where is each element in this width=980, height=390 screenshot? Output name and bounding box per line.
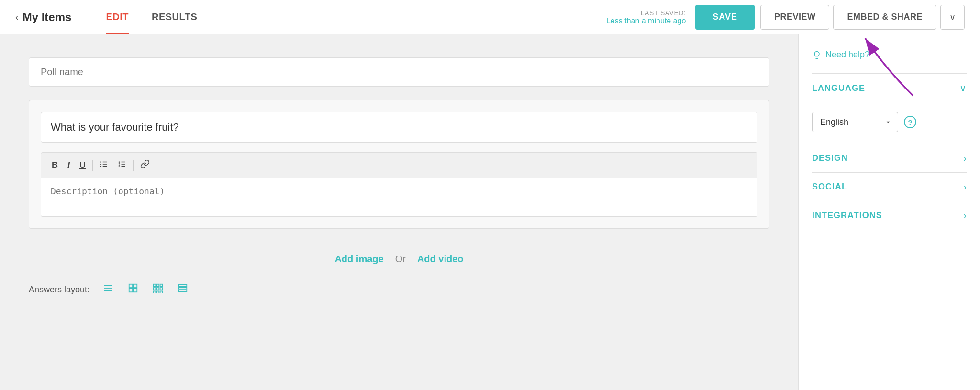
- design-section[interactable]: DESIGN ›: [812, 144, 967, 172]
- back-link[interactable]: ‹ My Items: [15, 11, 90, 24]
- add-image-link[interactable]: Add image: [334, 254, 383, 265]
- editor-area: B I U 1 2 3: [0, 34, 798, 390]
- ordered-list-button[interactable]: 1 2 3: [113, 157, 131, 174]
- svg-rect-18: [134, 289, 137, 292]
- language-select[interactable]: English French Spanish: [812, 112, 898, 132]
- preview-button[interactable]: PREVIEW: [760, 5, 830, 30]
- svg-rect-15: [129, 284, 133, 288]
- toolbar-separator-2: [133, 160, 134, 171]
- language-content: English French Spanish ?: [812, 102, 967, 144]
- svg-rect-16: [134, 284, 137, 288]
- svg-point-3: [100, 161, 101, 162]
- underline-button[interactable]: U: [75, 157, 90, 173]
- svg-rect-25: [154, 291, 156, 293]
- social-chevron-icon: ›: [963, 181, 967, 192]
- unordered-list-button[interactable]: [95, 157, 113, 174]
- italic-button[interactable]: I: [63, 157, 75, 173]
- language-help-icon[interactable]: ?: [904, 116, 916, 128]
- question-block: B I U 1 2 3: [29, 100, 769, 229]
- save-button[interactable]: SAVE: [695, 5, 755, 30]
- integrations-chevron-icon: ›: [963, 210, 967, 221]
- svg-rect-19: [154, 284, 156, 287]
- svg-text:3: 3: [119, 165, 120, 167]
- layout-grid-icon[interactable]: [125, 280, 141, 299]
- toolbar-separator-1: [92, 160, 93, 171]
- need-help-link[interactable]: Need help?: [812, 50, 967, 60]
- last-saved-time: Less than a minute ago: [606, 17, 686, 25]
- svg-rect-26: [157, 291, 159, 293]
- media-or-label: Or: [395, 254, 406, 265]
- svg-rect-23: [157, 288, 159, 290]
- bold-button[interactable]: B: [47, 157, 63, 173]
- svg-rect-30: [179, 290, 187, 292]
- nav-right: LAST SAVED: Less than a minute ago SAVE …: [606, 5, 965, 30]
- poll-name-input[interactable]: [29, 57, 769, 87]
- need-help-label: Need help?: [825, 50, 869, 60]
- svg-rect-27: [160, 291, 163, 293]
- layout-grid3-icon[interactable]: [150, 280, 166, 299]
- language-section-header[interactable]: LANGUAGE ∨: [812, 73, 967, 102]
- integrations-section[interactable]: INTEGRATIONS ›: [812, 201, 967, 230]
- formatting-toolbar: B I U 1 2 3: [41, 152, 757, 178]
- answers-layout-label: Answers layout:: [29, 285, 89, 295]
- language-select-row: English French Spanish ?: [812, 112, 967, 132]
- link-button[interactable]: [135, 156, 155, 174]
- last-saved-label: LAST SAVED:: [641, 9, 686, 17]
- svg-rect-29: [179, 287, 187, 289]
- layout-list-icon[interactable]: [100, 280, 116, 299]
- svg-rect-28: [179, 285, 187, 287]
- svg-rect-20: [157, 284, 159, 287]
- back-arrow-icon: ‹: [15, 11, 19, 22]
- main-content: B I U 1 2 3: [0, 34, 980, 390]
- answers-layout-row: Answers layout:: [29, 276, 769, 303]
- lightbulb-icon: [812, 50, 822, 60]
- svg-rect-17: [129, 289, 133, 292]
- svg-rect-22: [154, 288, 156, 290]
- my-items-label[interactable]: My Items: [22, 11, 72, 24]
- tab-results[interactable]: RESULTS: [140, 0, 209, 34]
- svg-rect-21: [160, 284, 163, 287]
- social-title: SOCIAL: [812, 182, 847, 192]
- design-title: DESIGN: [812, 153, 848, 163]
- language-chevron-icon: ∨: [959, 82, 967, 94]
- layout-detail-icon[interactable]: [175, 280, 191, 299]
- svg-rect-24: [160, 288, 163, 290]
- svg-point-5: [100, 166, 101, 167]
- top-nav: ‹ My Items EDIT RESULTS LAST SAVED: Less…: [0, 0, 980, 34]
- social-section[interactable]: SOCIAL ›: [812, 172, 967, 201]
- design-chevron-icon: ›: [963, 153, 967, 164]
- tab-edit[interactable]: EDIT: [94, 0, 140, 34]
- embed-share-button[interactable]: EMBED & SHARE: [833, 5, 936, 30]
- sidebar: Need help? LANGUAGE ∨ English French Spa…: [798, 34, 980, 390]
- svg-point-4: [100, 164, 101, 165]
- integrations-title: INTEGRATIONS: [812, 211, 882, 221]
- dropdown-button[interactable]: ∨: [940, 5, 965, 30]
- media-row: Add image Or Add video: [29, 240, 769, 276]
- description-input[interactable]: [41, 178, 757, 217]
- question-input[interactable]: [41, 112, 757, 143]
- last-saved-block: LAST SAVED: Less than a minute ago: [606, 9, 686, 25]
- add-video-link[interactable]: Add video: [417, 254, 464, 265]
- nav-tabs: EDIT RESULTS: [94, 0, 209, 34]
- language-title: LANGUAGE: [812, 83, 865, 93]
